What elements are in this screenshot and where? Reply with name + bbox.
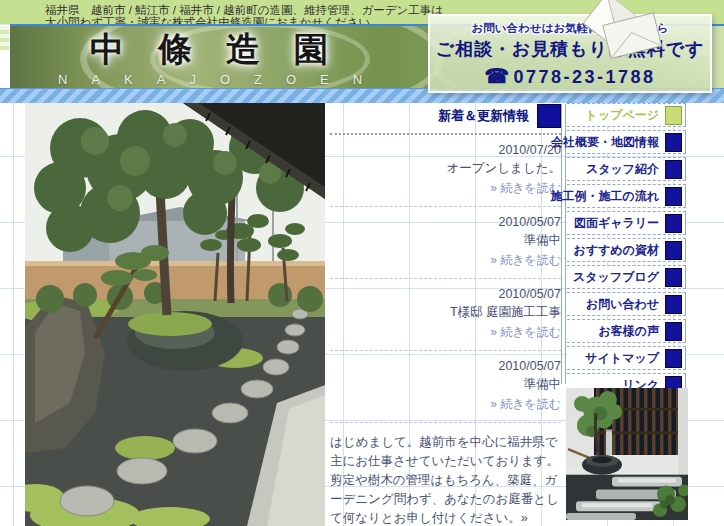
menu-square-icon — [665, 322, 682, 341]
news-section: 新着＆更新情報 2010/07/20 オープンしました。 » 続きを読む 201… — [330, 104, 561, 526]
sidebar-item-customer-voice[interactable]: お客様の声 — [567, 319, 686, 343]
news-entry-title: T様邸 庭園施工工事 — [330, 304, 561, 321]
sidebar-item-label: おすすめの資材 — [574, 242, 659, 259]
sidebar-garden-photo — [566, 388, 688, 520]
sidebar-item-staff-intro[interactable]: スタッフ紹介 — [567, 157, 686, 181]
menu-square-icon — [665, 241, 682, 260]
menu-square-icon — [665, 106, 682, 125]
checker-decoration — [0, 26, 9, 50]
news-entry-title: 準備中 — [330, 376, 561, 393]
menu-square-icon — [665, 295, 682, 314]
news-entry: 2010/07/20 オープンしました。 » 続きを読む — [330, 135, 561, 207]
read-more-link[interactable]: » 続きを読む — [330, 252, 561, 269]
sidebar-item-label: 会社概要・地図情報 — [551, 134, 659, 151]
menu-square-icon — [665, 349, 682, 368]
sidebar-item-label: スタッフ紹介 — [586, 161, 659, 178]
menu-square-icon — [665, 187, 682, 206]
menu-square-icon — [665, 133, 682, 152]
news-header-square-icon — [537, 104, 561, 128]
menu-square-icon — [665, 268, 682, 287]
sidebar-item-label: スタッフブログ — [573, 269, 659, 286]
main-garden-photo — [25, 103, 325, 526]
menu-square-icon — [665, 160, 682, 179]
read-more-link[interactable]: » 続きを読む — [330, 180, 561, 197]
phone-number: 0778-23-1788 — [513, 67, 655, 87]
sidebar-item-drawing-gallery[interactable]: 図面ギャラリー — [567, 211, 686, 235]
sidebar-item-contact[interactable]: お問い合わせ — [567, 292, 686, 316]
sidebar-item-top-page[interactable]: トップページ — [567, 103, 686, 127]
phone-icon: ☎ — [484, 65, 509, 87]
sidebar-item-label: 施工例・施工の流れ — [550, 188, 659, 205]
read-more-link[interactable]: » 続きを読む — [330, 324, 561, 341]
envelope-icon — [575, 0, 671, 63]
news-entry: 2010/05/07 準備中 » 続きを読む — [330, 207, 561, 279]
sidebar-item-recommended-materials[interactable]: おすすめの資材 — [567, 238, 686, 262]
intro-text: はじめまして。越前市を中心に福井県で主にお仕事させていただいております。剪定や樹… — [330, 433, 561, 526]
news-entry: 2010/05/07 T様邸 庭園施工工事 » 続きを読む — [330, 279, 561, 351]
site-title-romaji: NAKAJOZOEN — [58, 72, 386, 87]
news-entry-date: 2010/05/07 — [330, 359, 561, 373]
sidebar-item-staff-blog[interactable]: スタッフブログ — [567, 265, 686, 289]
sidebar-item-label: お問い合わせ — [586, 296, 659, 313]
read-more-link[interactable]: » 続きを読む — [330, 396, 561, 413]
site-title: 中條造園 — [90, 27, 362, 73]
sidebar-item-label: トップページ — [586, 107, 659, 124]
sidebar-item-works-flow[interactable]: 施工例・施工の流れ — [567, 184, 686, 208]
news-entry: 2010/05/07 準備中 » 続きを読む — [330, 351, 561, 423]
news-header: 新着＆更新情報 — [330, 104, 561, 128]
news-entry-date: 2010/05/07 — [330, 287, 561, 301]
page: { "topbar": { "line1": "福井県 越前市 / 鯖江市 / … — [0, 0, 724, 526]
news-entry-title: 準備中 — [330, 232, 561, 249]
sidebar-item-label: お客様の声 — [598, 323, 659, 340]
sidebar-item-company-profile[interactable]: 会社概要・地図情報 — [567, 130, 686, 154]
menu-square-icon — [665, 214, 682, 233]
sidebar-item-label: 図面ギャラリー — [574, 215, 659, 232]
sidebar-item-sitemap[interactable]: サイトマップ — [567, 346, 686, 370]
sidebar-nav: トップページ 会社概要・地図情報 スタッフ紹介 施工例・施工の流れ 図面ギャラリ… — [567, 103, 686, 400]
contact-phone: ☎0778-23-1788 — [430, 64, 710, 88]
news-entry-title: オープンしました。 — [330, 160, 561, 177]
sidebar-item-label: サイトマップ — [585, 350, 659, 367]
news-header-label: 新着＆更新情報 — [438, 107, 529, 125]
news-entry-date: 2010/07/20 — [330, 143, 561, 157]
news-entry-date: 2010/05/07 — [330, 215, 561, 229]
